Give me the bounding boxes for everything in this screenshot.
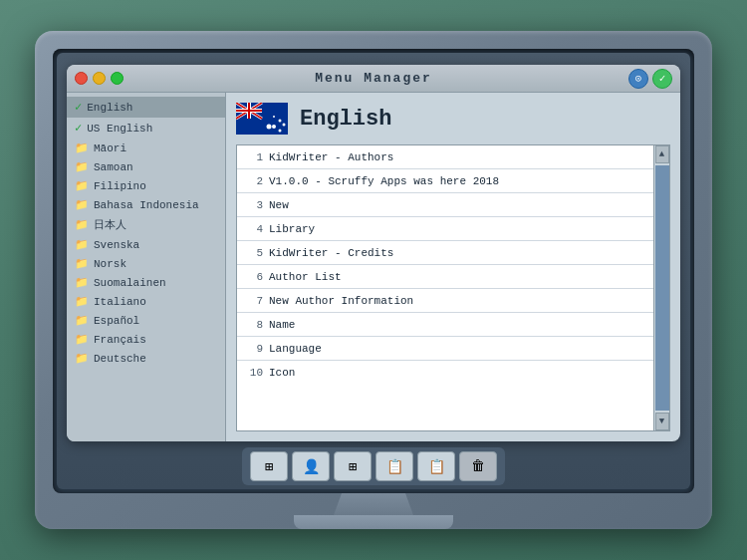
sidebar-item-us-english[interactable]: ✓ US English [67, 118, 225, 139]
traffic-lights [75, 72, 124, 85]
menu-item-row[interactable]: 8 Name [237, 313, 653, 337]
main-content: English 1 KidWriter - Authors [226, 93, 680, 441]
toolbar-button-1[interactable]: ⊞ [250, 451, 288, 481]
scroll-thumb[interactable] [655, 165, 669, 411]
sidebar: ✓ English ✓ US English 📁 Māor [67, 93, 226, 441]
scrollbar-track: ▲ ▼ [654, 144, 670, 431]
title-icons: ⊙ ✓ [628, 69, 672, 89]
folder-icon: 📁 [75, 198, 89, 211]
svg-point-11 [279, 120, 282, 123]
sidebar-item-deutsche[interactable]: 📁 Deutsche [67, 349, 225, 368]
sidebar-label: Samoan [94, 161, 133, 173]
sidebar-label: Filipino [94, 180, 146, 192]
folder-icon: 📁 [75, 295, 89, 308]
item-number: 9 [243, 343, 263, 355]
title-bar: Menu Manager ⊙ ✓ [67, 65, 680, 93]
item-label: Name [269, 319, 647, 331]
item-number: 5 [243, 247, 263, 259]
sidebar-label: Norsk [94, 258, 126, 270]
toolbar-button-4[interactable]: 📋 [375, 451, 413, 481]
item-number: 6 [243, 271, 263, 283]
item-number: 10 [243, 367, 263, 379]
folder-icon: 📁 [75, 141, 89, 154]
sidebar-label: US English [87, 123, 152, 135]
item-number: 8 [243, 319, 263, 331]
menu-item-row[interactable]: 4 Library [237, 217, 653, 241]
window-title: Menu Manager [315, 71, 432, 86]
language-name: English [300, 107, 391, 132]
sidebar-label: 日本人 [94, 217, 126, 232]
sidebar-label: Svenska [94, 239, 139, 251]
scroll-up-button[interactable]: ▲ [655, 145, 669, 163]
menu-item-row[interactable]: 6 Author List [237, 265, 653, 289]
menu-item-row[interactable]: 3 New [237, 193, 653, 217]
language-header: English [236, 103, 670, 135]
item-label: Author List [269, 271, 647, 283]
sidebar-label: Suomalainen [94, 277, 166, 289]
menu-item-row[interactable]: 9 Language [237, 337, 653, 361]
sidebar-label: Italiano [94, 296, 146, 308]
item-number: 3 [243, 199, 263, 211]
monitor-stand [334, 493, 413, 515]
confirm-icon-button[interactable]: ✓ [652, 69, 672, 89]
check-icon: ✓ [75, 100, 82, 115]
svg-point-15 [267, 125, 272, 130]
folder-icon: 📁 [75, 276, 89, 289]
app-window: Menu Manager ⊙ ✓ ✓ Engli [67, 65, 680, 441]
minimize-button[interactable] [93, 72, 106, 85]
close-button[interactable] [75, 72, 88, 85]
sidebar-item-filipino[interactable]: 📁 Filipino [67, 176, 225, 195]
sidebar-item-espanol[interactable]: 📁 Español [67, 311, 225, 330]
item-label: KidWriter - Credits [269, 247, 647, 259]
folder-icon: 📁 [75, 314, 89, 327]
flag-australia [236, 103, 288, 135]
item-number: 1 [243, 151, 263, 163]
menu-list-container: 1 KidWriter - Authors 2 V1.0.0 - Scruffy… [236, 144, 670, 431]
info-icon-button[interactable]: ⊙ [628, 69, 648, 89]
folder-icon: 📁 [75, 218, 89, 231]
sidebar-label: Bahasa Indonesia [94, 199, 199, 211]
svg-rect-9 [236, 110, 262, 112]
sidebar-label: English [87, 102, 132, 114]
svg-point-14 [273, 116, 275, 118]
item-label: KidWriter - Authors [269, 151, 647, 163]
menu-item-row[interactable]: 2 V1.0.0 - Scruffy Apps was here 2018 [237, 169, 653, 193]
toolbar-button-5[interactable]: 📋 [417, 451, 455, 481]
folder-icon: 📁 [75, 238, 89, 251]
sidebar-item-english[interactable]: ✓ English [67, 97, 225, 118]
sidebar-label: Māori [94, 142, 126, 154]
item-label: New Author Information [269, 295, 647, 307]
sidebar-label: Español [94, 315, 139, 327]
folder-icon: 📁 [75, 333, 89, 346]
scroll-down-button[interactable]: ▼ [655, 413, 669, 430]
sidebar-item-italiano[interactable]: 📁 Italiano [67, 292, 225, 311]
sidebar-item-suomalainen[interactable]: 📁 Suomalainen [67, 273, 225, 292]
sidebar-item-norsk[interactable]: 📁 Norsk [67, 254, 225, 273]
sidebar-item-bahasa[interactable]: 📁 Bahasa Indonesia [67, 195, 225, 214]
sidebar-label: Français [94, 334, 146, 346]
item-label: Language [269, 343, 647, 355]
menu-list: 1 KidWriter - Authors 2 V1.0.0 - Scruffy… [236, 144, 654, 431]
folder-icon: 📁 [75, 257, 89, 270]
sidebar-item-maori[interactable]: 📁 Māori [67, 139, 225, 157]
svg-point-10 [272, 125, 276, 129]
item-label: Library [269, 223, 647, 235]
sidebar-item-francais[interactable]: 📁 Français [67, 330, 225, 349]
menu-item-row[interactable]: 1 KidWriter - Authors [237, 145, 653, 169]
maximize-button[interactable] [111, 72, 124, 85]
sidebar-item-samoan[interactable]: 📁 Samoan [67, 157, 225, 176]
menu-item-row[interactable]: 10 Icon [237, 361, 653, 385]
menu-item-row[interactable]: 7 New Author Information [237, 289, 653, 313]
sidebar-item-svenska[interactable]: 📁 Svenska [67, 235, 225, 254]
item-number: 7 [243, 295, 263, 307]
monitor-base [294, 515, 453, 529]
item-label: Icon [269, 367, 647, 379]
svg-point-12 [283, 124, 286, 127]
toolbar-button-2[interactable]: 👤 [292, 451, 330, 481]
toolbar-trash-button[interactable]: 🗑 [459, 451, 497, 481]
menu-item-row[interactable]: 5 KidWriter - Credits [237, 241, 653, 265]
svg-point-13 [279, 130, 282, 133]
toolbar-button-3[interactable]: ⊞ [334, 451, 372, 481]
sidebar-item-japanese[interactable]: 📁 日本人 [67, 214, 225, 235]
item-number: 2 [243, 175, 263, 187]
